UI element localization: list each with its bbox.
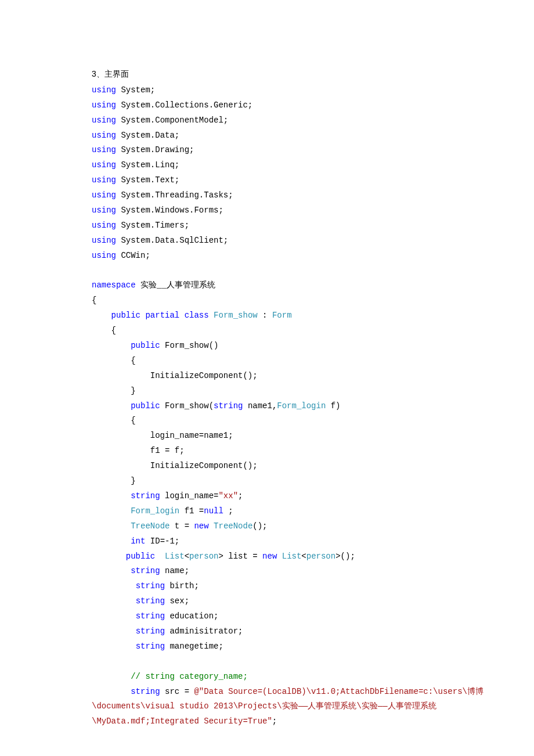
code-line: using System.Linq;	[92, 158, 464, 173]
code-line: string birth;	[92, 579, 464, 594]
code-line: using System.ComponentModel;	[92, 113, 464, 128]
section-heading: 3、主界面	[92, 67, 464, 82]
code-line: using System.Data.SqlClient;	[92, 233, 464, 249]
code-line: string education;	[92, 609, 464, 624]
code-line: TreeNode t = new TreeNode();	[92, 519, 464, 534]
code-line: using System.Text;	[92, 173, 464, 188]
code-line	[92, 654, 464, 669]
code-line: public Form_show()	[92, 339, 464, 354]
code-line: {	[92, 413, 464, 429]
code-line: using System;	[92, 83, 464, 98]
code-line: using System.Data;	[92, 128, 464, 143]
code-line: using System.Threading.Tasks;	[92, 188, 464, 203]
code-line: public partial class Form_show : Form	[92, 308, 464, 323]
code-line: public Form_show(string name1,Form_login…	[92, 399, 464, 414]
code-line: using System.Drawing;	[92, 143, 464, 158]
code-line: \MyData.mdf;Integrated Security=True";	[92, 714, 464, 729]
code-line: string adminisitrator;	[92, 624, 464, 639]
code-line: Form_login f1 =null ;	[92, 504, 464, 519]
code-line: string sex;	[92, 594, 464, 609]
code-line: string name;	[92, 564, 464, 579]
code-line: }	[92, 474, 464, 489]
code-line: // string category_name;	[92, 669, 464, 685]
code-line: }	[92, 384, 464, 399]
code-line: using System.Windows.Forms;	[92, 203, 464, 218]
code-line: using CCWin;	[92, 249, 464, 264]
code-line: public List<person> list = new List<pers…	[92, 549, 464, 564]
code-line: InitializeComponent();	[92, 369, 464, 384]
code-line: string login_name="xx";	[92, 489, 464, 504]
code-line: {	[92, 293, 464, 308]
code-line: {	[92, 323, 464, 339]
code-line: namespace 实验__人事管理系统	[92, 278, 464, 293]
code-block: using System;using System.Collections.Ge…	[92, 83, 464, 729]
code-line	[92, 264, 464, 279]
code-line: login_name=name1;	[92, 429, 464, 444]
code-line: InitializeComponent();	[92, 459, 464, 474]
code-line: f1 = f;	[92, 444, 464, 459]
code-line: {	[92, 354, 464, 369]
code-line: \documents\visual studio 2013\Projects\实…	[92, 699, 464, 714]
code-line: using System.Timers;	[92, 218, 464, 233]
code-line: string src = @"Data Source=(LocalDB)\v11…	[92, 685, 464, 700]
code-line: string manegetime;	[92, 639, 464, 654]
code-line: int ID=-1;	[92, 534, 464, 549]
code-line: using System.Collections.Generic;	[92, 98, 464, 113]
